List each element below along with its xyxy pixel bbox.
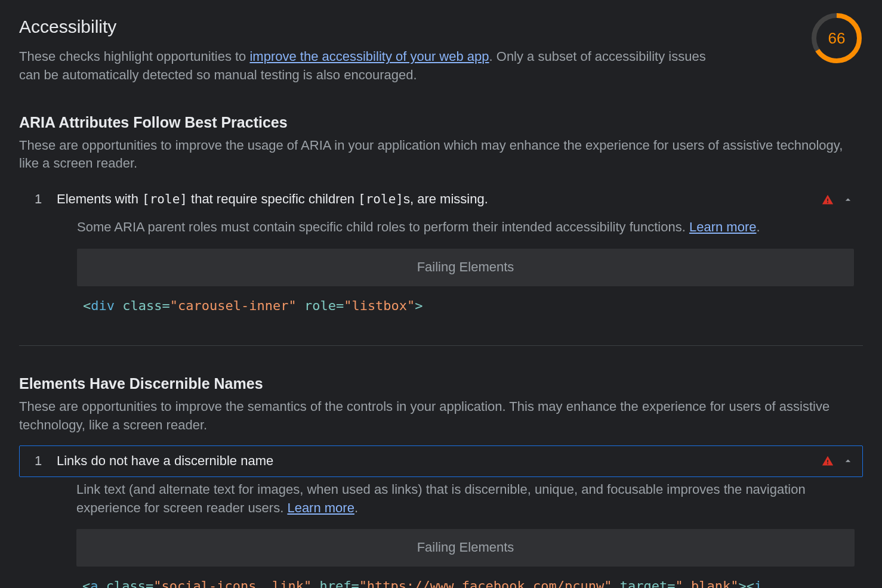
section-names: Elements Have Discernible Names These ar… xyxy=(19,373,863,588)
audit-title: Elements with [role] that require specif… xyxy=(57,190,813,209)
page-title: Accessibility xyxy=(19,14,711,39)
section-desc: These are opportunities to improve the s… xyxy=(19,398,863,435)
section-divider xyxy=(19,345,863,346)
audit-desc: Some ARIA parent roles must contain spec… xyxy=(77,218,854,237)
failing-element-code[interactable]: <a class="social-icons__link" href="http… xyxy=(76,575,855,588)
audit-header[interactable]: 1 Elements with [role] that require spec… xyxy=(20,184,862,215)
audit-count: 1 xyxy=(28,190,48,209)
intro-text: These checks highlight opportunities to … xyxy=(19,48,711,85)
chevron-up-icon xyxy=(842,455,854,467)
warning-icon xyxy=(822,455,834,467)
score-value: 66 xyxy=(810,12,863,64)
chevron-up-icon xyxy=(842,194,854,206)
learn-more-link[interactable]: Learn more xyxy=(287,500,354,515)
intro-link[interactable]: improve the accessibility of your web ap… xyxy=(249,49,489,64)
warning-icon xyxy=(822,194,834,206)
learn-more-link[interactable]: Learn more xyxy=(689,219,757,234)
section-aria: ARIA Attributes Follow Best Practices Th… xyxy=(19,112,863,318)
audit-item: 1 Elements with [role] that require spec… xyxy=(19,184,863,318)
section-desc: These are opportunities to improve the u… xyxy=(19,137,863,174)
intro-before: These checks highlight opportunities to xyxy=(19,49,249,64)
failing-elements-header: Failing Elements xyxy=(76,529,855,567)
audit-header[interactable]: 1 Links do not have a discernible name xyxy=(20,446,862,476)
audit-desc: Link text (and alternate text for images… xyxy=(76,481,855,518)
audit-count: 1 xyxy=(28,452,48,471)
failing-elements-header: Failing Elements xyxy=(77,249,854,286)
score-gauge: 66 xyxy=(810,12,863,64)
audit-title: Links do not have a discernible name xyxy=(57,452,813,471)
section-title: Elements Have Discernible Names xyxy=(19,373,863,394)
audit-item: 1 Links do not have a discernible name xyxy=(19,445,863,477)
section-title: ARIA Attributes Follow Best Practices xyxy=(19,112,863,133)
failing-element-code[interactable]: <div class="carousel-inner" role="listbo… xyxy=(77,295,854,318)
